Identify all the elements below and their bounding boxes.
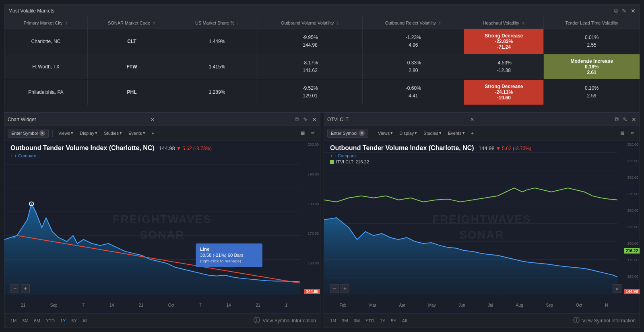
zoom-controls-2: − + (330, 284, 349, 293)
nav-right-btn-2[interactable]: » (613, 284, 621, 293)
chart-widget-1-close[interactable]: ✕ (151, 117, 155, 122)
view-symbol-info-2[interactable]: ⓘ View Symbol Information (573, 316, 636, 325)
view-symbol-label-1: View Symbol Information (262, 318, 316, 324)
chart-1-yaxis: 200.00 190.00 180.00 170.00 160.00 150.0… (304, 140, 320, 297)
col-reject[interactable]: Outbound Reject Volatility ⇕ (363, 17, 464, 29)
zoom-in-btn-2[interactable]: + (341, 284, 349, 293)
tf-1y-2[interactable]: 1Y (378, 318, 387, 324)
close-icon[interactable]: ✕ (631, 8, 636, 14)
maximize-icon[interactable]: ⧉ (614, 7, 618, 14)
views-btn-1[interactable]: Views ▾ (56, 130, 75, 136)
tf-3m-2[interactable]: 3M (340, 318, 350, 324)
zoom-out-btn-1[interactable]: − (10, 284, 19, 293)
chart-1-value: 144.98 (159, 145, 175, 151)
sep1 (52, 130, 53, 137)
maximize-icon-1[interactable]: ⧉ (295, 116, 299, 123)
sep2 (372, 130, 372, 137)
legend-item-2: ITVI.CLT 216.22 (330, 159, 531, 164)
symbol-clear-2[interactable]: X (359, 130, 365, 136)
add-btn-2[interactable]: + (469, 130, 476, 136)
bottom-charts-row: Chart Widget ✕ ⧉ ✎ ✕ Enter Symbol X View… (4, 113, 640, 328)
chevron-down-icon: ▾ (95, 130, 97, 136)
draw-icon-2[interactable]: ✏ (629, 130, 636, 136)
chart-type-icon-1[interactable]: ▦ (299, 130, 307, 136)
chart-2-heading: Outbound Tender Volume Index (Charlotte,… (330, 144, 531, 152)
price-label-1: 144.98 (304, 289, 320, 294)
studies-btn-2[interactable]: Studies ▾ (421, 130, 444, 136)
view-symbol-info-1[interactable]: ⓘ View Symbol Information (254, 316, 316, 325)
chart-2-change: ▼ 5.62 (-3.73%) (496, 146, 531, 151)
chart-type-icon-2[interactable]: ▦ (618, 130, 626, 136)
col-headhaul[interactable]: Headhaul Volatility ⇕ (464, 17, 544, 29)
chevron-down-icon-5: ▾ (462, 130, 465, 136)
display-btn-2[interactable]: Display ▾ (397, 130, 419, 136)
legend-value-2: 216.22 (355, 159, 369, 164)
symbol-input-2[interactable]: Enter Symbol X (327, 129, 368, 138)
maximize-icon-2[interactable]: ⧉ (615, 116, 619, 123)
chart-widget-1-title: Chart Widget (8, 117, 148, 122)
tf-6m-2[interactable]: 6M (352, 318, 362, 324)
col-vol[interactable]: Outbound Volume Volatility ⇕ (258, 17, 362, 29)
tf-1y-1[interactable]: 1Y (58, 318, 68, 324)
symbol-input-1[interactable]: Enter Symbol X (8, 129, 49, 138)
tf-ytd-1[interactable]: YTD (44, 318, 57, 324)
close-icon-1[interactable]: ✕ (312, 116, 317, 123)
col-share[interactable]: US Market Share % ↓ (176, 17, 258, 29)
tf-6m-1[interactable]: 6M (32, 318, 42, 324)
chevron-down-icon: ▾ (143, 130, 145, 136)
chart-widget-2-close[interactable]: ✕ (470, 117, 474, 122)
chart-2-value: 144.98 (479, 145, 495, 151)
symbol-placeholder-2: Enter Symbol (331, 131, 357, 136)
col-tender[interactable]: Tender Lead Time Volatility (544, 17, 640, 29)
info-icon-1: ⓘ (254, 316, 260, 325)
chart-widget-2-title: OTVI.CLT (327, 117, 468, 122)
top-widget-titlebar: Most Volatile Markets ⧉ ✎ ✕ (4, 4, 640, 17)
tf-5y-2[interactable]: 5Y (389, 318, 398, 324)
tf-1m-1[interactable]: 1M (8, 318, 19, 324)
views-btn-2[interactable]: Views ▾ (376, 130, 395, 136)
table-row: Charlotte, NC CLT 1.449% -9.95% 144.98 -… (4, 29, 640, 54)
edit-icon-1[interactable]: ✎ (303, 116, 308, 123)
zoom-out-btn-2[interactable]: − (330, 284, 339, 293)
plus-icon: + (10, 153, 13, 158)
svg-text:(right-click to manage): (right-click to manage) (200, 259, 241, 263)
chart-svg-1: + Line 38.58 (-21%) 60 Bars (right-click… (4, 140, 300, 295)
chart-widget-2-body: FREIGHTWAVESSONAR Outbound Tender Volume… (324, 140, 640, 313)
chart-widget-1-icons: ⧉ ✎ ✕ (295, 116, 317, 123)
chart-widget-1-titlebar: Chart Widget ✕ ⧉ ✎ ✕ (4, 113, 320, 126)
edit-icon[interactable]: ✎ (622, 8, 627, 14)
chart-2-title-area: Outbound Tender Volume Index (Charlotte,… (330, 144, 531, 164)
tf-ytd-2[interactable]: YTD (363, 318, 376, 324)
studies-btn-1[interactable]: Studies ▾ (102, 130, 124, 136)
chart-2-xaxis: Feb Mar Apr May Jun Jul Aug Sep Oct N (324, 297, 623, 313)
city-cell: Philadelphia, PA (4, 80, 87, 105)
zoom-in-btn-1[interactable]: + (21, 284, 30, 293)
compare-link-1[interactable]: + + Compare... (10, 153, 212, 158)
close-icon-2[interactable]: ✕ (632, 116, 636, 123)
symbol-clear-1[interactable]: X (39, 130, 45, 136)
tf-3m-1[interactable]: 3M (20, 318, 30, 324)
col-city[interactable]: Primary Market City ⇕ (4, 17, 87, 29)
nav-arrows-2: » (613, 284, 621, 293)
display-btn-1[interactable]: Display ▾ (78, 130, 99, 136)
tf-1m-2[interactable]: 1M (328, 318, 338, 324)
tender-cell: Moderate Increase0.18%2.61 (544, 54, 640, 80)
events-btn-2[interactable]: Events ▾ (446, 130, 467, 136)
add-btn-1[interactable]: + (150, 130, 156, 136)
chevron-down-icon: ▾ (71, 130, 73, 136)
chevron-down-icon-3: ▾ (415, 130, 417, 136)
tender-cell: 0.01% 2.55 (544, 29, 640, 54)
draw-icon-1[interactable]: ✏ (309, 130, 317, 136)
chart-1-change: ▼ 5.62 (-3.73%) (176, 146, 212, 151)
tf-5y-1[interactable]: 5Y (69, 318, 78, 324)
chart-widget-1-toolbar: Enter Symbol X Views ▾ Display ▾ Studies… (4, 126, 320, 140)
reject-cell: -0.60% 4.41 (363, 80, 464, 105)
compare-link-2[interactable]: + + Compare... (330, 153, 531, 158)
col-code[interactable]: SONAR Market Code ⇕ (87, 17, 176, 29)
tf-all-1[interactable]: All (80, 318, 89, 324)
edit-icon-2[interactable]: ✎ (623, 116, 627, 123)
chart-widget-2-icons: ⧉ ✎ ✕ (615, 116, 636, 123)
chart-1-heading: Outbound Tender Volume Index (Charlotte,… (10, 144, 212, 152)
tf-all-2[interactable]: All (400, 318, 409, 324)
events-btn-1[interactable]: Events ▾ (126, 130, 147, 136)
